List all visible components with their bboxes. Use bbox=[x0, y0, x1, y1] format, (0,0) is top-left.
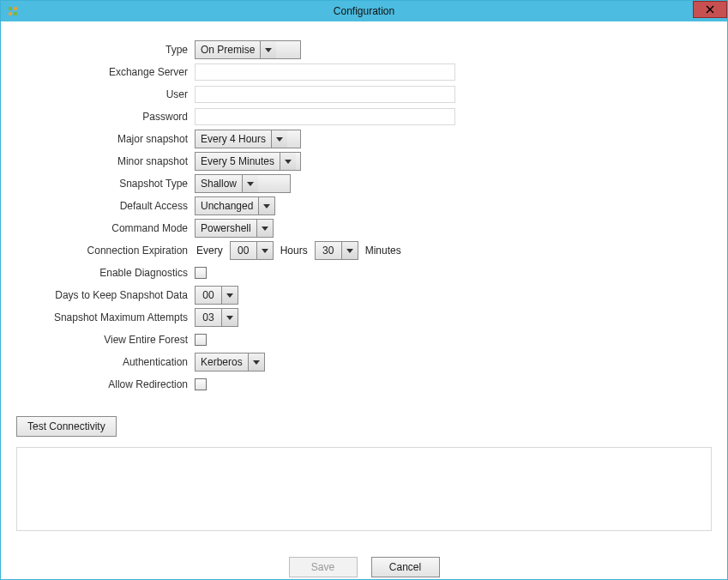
snapshot-type-label: Snapshot Type bbox=[16, 178, 195, 190]
chevron-down-icon bbox=[256, 220, 273, 237]
allow-redirection-checkbox[interactable] bbox=[195, 378, 207, 390]
app-icon bbox=[7, 5, 19, 17]
close-button[interactable] bbox=[693, 1, 727, 18]
expiration-minutes-dropdown[interactable]: 30 bbox=[315, 241, 358, 260]
chevron-down-icon bbox=[258, 197, 274, 214]
cancel-button[interactable]: Cancel bbox=[371, 557, 440, 577]
config-window: Configuration Type On Premise Excha bbox=[0, 0, 728, 580]
snapshot-type-value: Shallow bbox=[196, 175, 242, 192]
authentication-label: Authentication bbox=[16, 356, 195, 368]
hours-text: Hours bbox=[279, 245, 310, 257]
authentication-value: Kerberos bbox=[196, 353, 248, 371]
chevron-down-icon bbox=[271, 130, 287, 148]
enable-diagnostics-label: Enable Diagnostics bbox=[16, 267, 195, 279]
chevron-down-icon bbox=[221, 309, 238, 326]
view-forest-checkbox[interactable] bbox=[195, 334, 207, 346]
chevron-down-icon bbox=[341, 242, 358, 259]
allow-redirection-label: Allow Redirection bbox=[16, 378, 195, 390]
save-button[interactable]: Save bbox=[289, 557, 358, 577]
window-title: Configuration bbox=[1, 5, 727, 17]
titlebar: Configuration bbox=[1, 1, 727, 21]
command-mode-value: Powershell bbox=[196, 220, 256, 237]
minor-snapshot-value: Every 5 Minutes bbox=[196, 153, 280, 170]
command-mode-dropdown[interactable]: Powershell bbox=[195, 219, 274, 238]
default-access-label: Default Access bbox=[16, 200, 195, 212]
snapshot-type-dropdown[interactable]: Shallow bbox=[195, 174, 291, 193]
chevron-down-icon bbox=[256, 242, 273, 259]
max-attempts-value: 03 bbox=[196, 309, 221, 326]
minor-snapshot-label: Minor snapshot bbox=[16, 155, 195, 167]
major-snapshot-dropdown[interactable]: Every 4 Hours bbox=[195, 130, 301, 148]
expiration-minutes-value: 30 bbox=[316, 242, 341, 259]
connection-expiration-label: Connection Expiration bbox=[16, 245, 195, 257]
exchange-server-label: Exchange Server bbox=[16, 66, 195, 78]
days-to-keep-value: 00 bbox=[196, 287, 221, 304]
password-input[interactable] bbox=[195, 108, 455, 125]
enable-diagnostics-checkbox[interactable] bbox=[195, 267, 207, 279]
expiration-hours-dropdown[interactable]: 00 bbox=[230, 241, 274, 260]
max-attempts-dropdown[interactable]: 03 bbox=[195, 308, 238, 327]
test-connectivity-button[interactable]: Test Connectivity bbox=[16, 416, 117, 437]
major-snapshot-label: Major snapshot bbox=[16, 133, 195, 145]
svg-point-3 bbox=[14, 12, 17, 15]
password-label: Password bbox=[16, 111, 195, 123]
user-label: User bbox=[16, 88, 195, 100]
max-attempts-label: Snapshot Maximum Attempts bbox=[16, 311, 195, 323]
dialog-buttons: Save Cancel bbox=[16, 557, 712, 577]
every-text: Every bbox=[195, 245, 225, 257]
svg-point-1 bbox=[14, 7, 17, 10]
content-area: Type On Premise Exchange Server User bbox=[1, 21, 727, 580]
svg-point-0 bbox=[9, 7, 12, 10]
days-to-keep-label: Days to Keep Snapshot Data bbox=[16, 289, 195, 301]
type-dropdown[interactable]: On Premise bbox=[195, 40, 301, 59]
command-mode-label: Command Mode bbox=[16, 222, 195, 234]
major-snapshot-value: Every 4 Hours bbox=[196, 130, 271, 148]
svg-point-2 bbox=[9, 12, 12, 15]
chevron-down-icon bbox=[260, 41, 276, 58]
minor-snapshot-dropdown[interactable]: Every 5 Minutes bbox=[195, 152, 301, 171]
type-label: Type bbox=[16, 44, 195, 56]
chevron-down-icon bbox=[248, 353, 264, 371]
default-access-value: Unchanged bbox=[196, 197, 258, 214]
minutes-text: Minutes bbox=[364, 245, 403, 257]
user-input[interactable] bbox=[195, 86, 455, 103]
authentication-dropdown[interactable]: Kerberos bbox=[195, 353, 265, 372]
type-value: On Premise bbox=[196, 41, 260, 58]
default-access-dropdown[interactable]: Unchanged bbox=[195, 196, 275, 215]
exchange-server-input[interactable] bbox=[195, 63, 455, 81]
chevron-down-icon bbox=[242, 175, 258, 192]
chevron-down-icon bbox=[280, 153, 296, 170]
expiration-hours-value: 00 bbox=[231, 242, 256, 259]
days-to-keep-dropdown[interactable]: 00 bbox=[195, 286, 238, 305]
output-textbox[interactable] bbox=[16, 447, 712, 531]
view-forest-label: View Entire Forest bbox=[16, 334, 195, 346]
chevron-down-icon bbox=[221, 287, 238, 304]
